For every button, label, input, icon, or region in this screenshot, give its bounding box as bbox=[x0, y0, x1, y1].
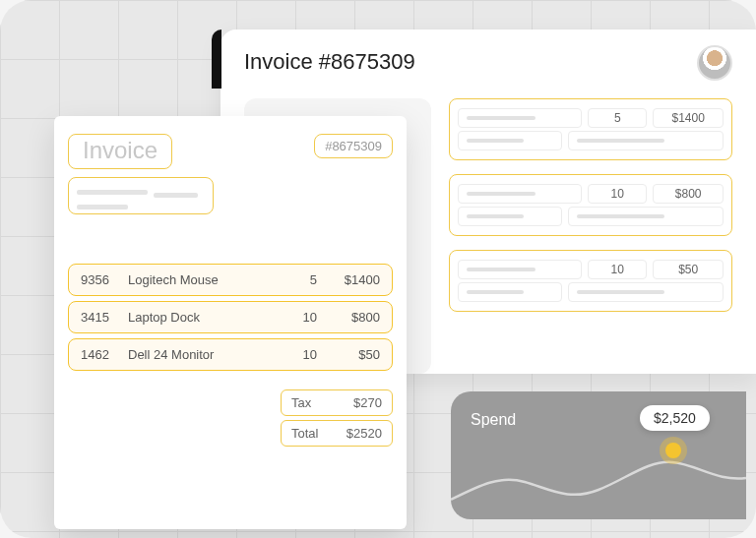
field-placeholder[interactable] bbox=[568, 131, 724, 150]
field-placeholder[interactable] bbox=[568, 207, 724, 226]
field-placeholder[interactable] bbox=[458, 207, 562, 226]
tax-label: Tax bbox=[291, 395, 311, 410]
line-price: $1400 bbox=[317, 272, 380, 287]
field-placeholder[interactable] bbox=[458, 131, 562, 150]
line-item[interactable]: 1462 Dell 24 Monitor 10 $50 bbox=[68, 338, 393, 371]
tax-row: Tax $270 bbox=[281, 389, 393, 416]
avatar[interactable] bbox=[697, 45, 732, 81]
window-accent bbox=[212, 30, 221, 89]
invoice-title-box: Invoice bbox=[68, 134, 172, 169]
tax-value: $270 bbox=[353, 395, 382, 410]
canvas: Invoice #8675309 5 $1400 10 $800 bbox=[0, 0, 756, 538]
line-qty: 10 bbox=[278, 310, 317, 325]
total-value: $2520 bbox=[346, 426, 382, 441]
spend-value-bubble: $2,520 bbox=[640, 405, 710, 431]
spend-widget[interactable]: Spend $2,520 bbox=[451, 391, 746, 519]
invoice-number: #8675309 bbox=[314, 134, 393, 158]
back-line-group: 5 $1400 bbox=[449, 98, 732, 160]
line-price: $50 bbox=[317, 347, 380, 362]
line-name: Dell 24 Monitor bbox=[122, 347, 278, 362]
invoice-summary: Tax $270 Total $2520 bbox=[281, 389, 393, 450]
line-sku: 1462 bbox=[81, 347, 122, 362]
line-name: Logitech Mouse bbox=[122, 272, 278, 287]
qty-field[interactable]: 10 bbox=[588, 260, 647, 279]
field-placeholder[interactable] bbox=[458, 184, 582, 204]
line-sku: 9356 bbox=[81, 272, 122, 287]
invoice-card: Invoice #8675309 9356 Logitech Mouse 5 $… bbox=[54, 116, 407, 529]
line-item[interactable]: 9356 Logitech Mouse 5 $1400 bbox=[68, 264, 393, 296]
field-placeholder[interactable] bbox=[568, 282, 724, 302]
field-placeholder[interactable] bbox=[458, 260, 582, 279]
total-row: Total $2520 bbox=[281, 420, 393, 447]
price-field[interactable]: $50 bbox=[653, 260, 724, 279]
spend-title: Spend bbox=[471, 411, 516, 429]
address-placeholder bbox=[68, 177, 214, 214]
invoice-line-items: 9356 Logitech Mouse 5 $1400 3415 Laptop … bbox=[68, 264, 393, 371]
price-field[interactable]: $800 bbox=[653, 184, 724, 204]
field-placeholder[interactable] bbox=[458, 282, 562, 302]
back-line-group: 10 $800 bbox=[449, 174, 732, 236]
invoice-title: Invoice bbox=[83, 137, 158, 164]
qty-field[interactable]: 5 bbox=[588, 108, 647, 128]
spend-highlight-dot bbox=[665, 443, 681, 458]
spend-chart bbox=[451, 441, 746, 519]
price-field[interactable]: $1400 bbox=[653, 108, 724, 128]
back-line-group: 10 $50 bbox=[449, 250, 732, 312]
line-item[interactable]: 3415 Laptop Dock 10 $800 bbox=[68, 301, 393, 333]
line-qty: 5 bbox=[278, 272, 317, 287]
window-title: Invoice #8675309 bbox=[244, 49, 415, 75]
line-qty: 10 bbox=[278, 347, 317, 362]
field-placeholder[interactable] bbox=[458, 108, 582, 128]
line-price: $800 bbox=[317, 310, 380, 325]
line-name: Laptop Dock bbox=[122, 310, 278, 325]
qty-field[interactable]: 10 bbox=[588, 184, 647, 204]
line-sku: 3415 bbox=[81, 310, 122, 325]
total-label: Total bbox=[291, 426, 318, 441]
back-line-groups: 5 $1400 10 $800 bbox=[449, 98, 732, 326]
